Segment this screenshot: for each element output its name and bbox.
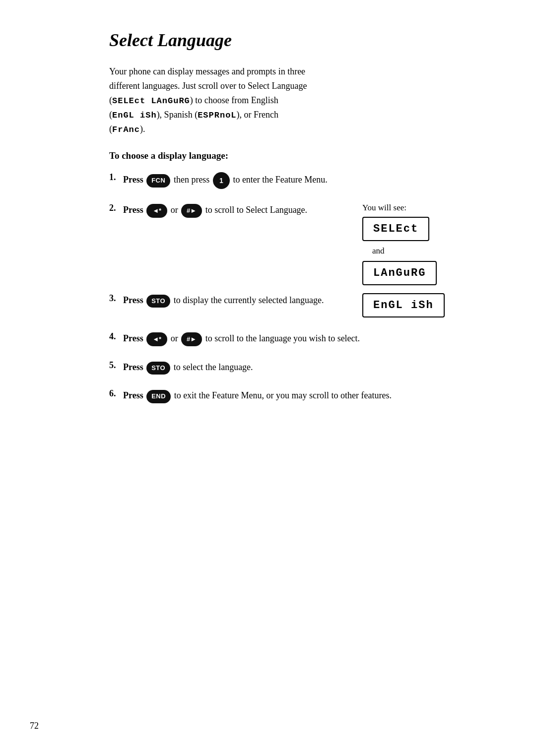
step-3-after: to display the currently selected langua… [174, 295, 324, 305]
step-2-press: Press [123, 205, 143, 215]
and-label: and [372, 246, 385, 256]
step-1-then: then press [174, 175, 209, 185]
step-2-or: or [171, 205, 178, 215]
page-number: 72 [30, 721, 39, 731]
step-3-btn-sto: STO [146, 295, 170, 308]
step-3-press: Press [123, 295, 143, 305]
step-6-press: Press [123, 390, 143, 400]
display-select: SELEct [362, 217, 429, 241]
step-2-right: You will see: SELEct and LAnGuRG [362, 203, 447, 285]
intro-line1: Your phone can display messages and prom… [109, 66, 305, 76]
intro-line3-post: ) to choose from English [190, 95, 278, 105]
step-1-btn-fcn: FCN [146, 174, 170, 188]
step-4-press: Press [123, 333, 143, 343]
step-4: 4. Press ◄* or #► to scroll to the langu… [109, 331, 447, 346]
step-4-btn-nav1: ◄* [146, 332, 167, 346]
step-5: 5. Press STO to select the language. [109, 360, 447, 375]
step-5-btn-sto: STO [146, 362, 170, 375]
step-6-number: 6. [109, 388, 123, 399]
step-6-after: to exit the Feature Menu, or you may scr… [174, 390, 392, 400]
step-1-content: Press FCN then press 1 to enter the Feat… [123, 172, 447, 189]
page: Select Language Your phone can display m… [0, 0, 536, 756]
step-6-content: Press END to exit the Feature Menu, or y… [123, 388, 447, 403]
step-1-btn-1: 1 [213, 172, 230, 189]
step-5-after: to select the language. [174, 362, 253, 372]
intro-lcd1: SELEct LAnGuRG [112, 96, 190, 106]
step-2-after: to scroll to Select Language. [205, 205, 307, 215]
step-6-btn-end: END [146, 390, 171, 403]
step-2-left: Press ◄* or #► to scroll to Select Langu… [123, 203, 362, 218]
step-4-btn-nav2: #► [181, 332, 202, 346]
step-5-number: 5. [109, 360, 123, 371]
intro-line4-post: ), or French [237, 110, 278, 120]
step-4-number: 4. [109, 331, 123, 342]
step-3-number: 3. [109, 293, 123, 304]
step-2-btn-nav2: #► [181, 204, 202, 218]
display-language: LAnGuRG [362, 261, 437, 285]
intro-line2: different languages. Just scroll over to… [109, 81, 307, 91]
intro-text: Your phone can display messages and prom… [109, 64, 447, 136]
intro-line5-post: ). [140, 124, 145, 134]
step-2: 2. Press ◄* or #► to scroll to Select La… [109, 203, 447, 285]
step-2-btn-nav1: ◄* [146, 204, 167, 218]
intro-lcd3: ESPRnoL [198, 111, 236, 120]
intro-line4-mid: ), Spanish ( [157, 110, 198, 120]
step-1-press: Press [123, 175, 143, 185]
intro-lcd4: FrAnc [112, 125, 140, 134]
step-4-or: or [171, 333, 178, 343]
step-5-press: Press [123, 362, 143, 372]
page-title: Select Language [109, 30, 447, 51]
you-will-see: You will see: [362, 203, 406, 213]
display-english: EnGL iSh [362, 293, 445, 317]
step-3: 3. Press STO to display the currently se… [109, 293, 447, 317]
step-1-number: 1. [109, 172, 123, 183]
intro-lcd2: EnGL iSh [112, 111, 157, 120]
step-1-after: to enter the Feature Menu. [233, 175, 327, 185]
step-3-left: Press STO to display the currently selec… [123, 293, 362, 308]
step-3-right: EnGL iSh [362, 293, 447, 317]
step-6: 6. Press END to exit the Feature Menu, o… [109, 388, 447, 403]
step-5-content: Press STO to select the language. [123, 360, 447, 375]
step-2-number: 2. [109, 203, 123, 213]
step-4-after: to scroll to the language you wish to se… [205, 333, 360, 343]
step-1: 1. Press FCN then press 1 to enter the F… [109, 172, 447, 189]
section-heading: To choose a display language: [109, 150, 447, 161]
step-4-content: Press ◄* or #► to scroll to the language… [123, 331, 447, 346]
